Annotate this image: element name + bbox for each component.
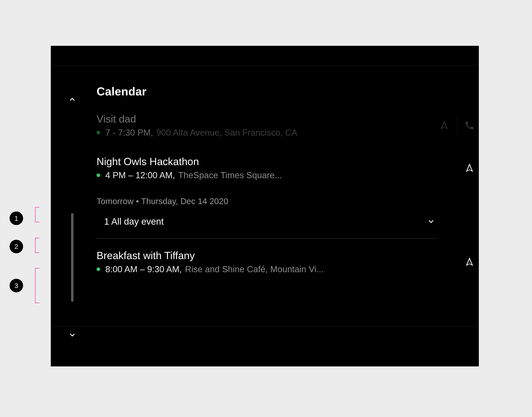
event-title: Visit dad (97, 113, 437, 125)
navigation-icon (439, 120, 450, 131)
phone-icon (464, 120, 475, 131)
scroll-up-button[interactable] (68, 94, 77, 105)
calendar-color-dot (97, 131, 100, 135)
device-screen: Calendar Visit dad 7 - 7:30 PM, 900 Alta… (51, 46, 479, 366)
navigate-button[interactable] (464, 163, 475, 173)
navigate-button[interactable] (464, 257, 475, 267)
status-bar (51, 46, 479, 66)
scrollbar-thumb[interactable] (71, 213, 73, 302)
all-day-label: 1 All day event (104, 216, 164, 227)
event-title: Breakfast with Tiffany (97, 250, 437, 261)
annotation-badge-1: 1 (10, 211, 23, 225)
annotation-bracket-2 (35, 238, 40, 253)
scroll-rail (63, 66, 85, 327)
event-time: 8:00 AM – 9:30 AM, (105, 264, 182, 274)
nav-bar (51, 327, 479, 366)
chevron-up-icon (68, 94, 77, 104)
expand-button[interactable] (426, 217, 436, 226)
calendar-color-dot (97, 173, 100, 177)
event-row[interactable]: Breakfast with Tiffany 8:00 AM – 9:30 AM… (97, 250, 437, 274)
chevron-down-icon (68, 330, 77, 340)
event-time: 7 - 7:30 PM, (105, 128, 153, 138)
event-location: TheSpace Times Square... (178, 170, 282, 180)
content-region: Calendar Visit dad 7 - 7:30 PM, 900 Alta… (51, 66, 479, 327)
chevron-down-icon (426, 217, 436, 226)
event-time: 4 PM – 12:00 AM, (105, 170, 175, 180)
event-location: 900 Alta Avenue, San Francisco, CA (156, 128, 297, 138)
annotation-bracket-3 (35, 268, 40, 303)
calendar-color-dot (97, 267, 100, 271)
navigate-button[interactable] (439, 120, 450, 131)
event-row[interactable]: Visit dad 7 - 7:30 PM, 900 Alta Avenue, … (97, 113, 437, 138)
all-day-expander[interactable]: 1 All day event (97, 216, 437, 239)
day-section-header: Tomorrow • Thursday, Dec 14 2020 (97, 197, 437, 206)
navigation-icon (464, 257, 475, 267)
scroll-down-button[interactable] (68, 330, 77, 341)
call-button[interactable] (464, 120, 475, 131)
annotation-badge-3: 3 (10, 279, 23, 292)
event-location: Rise and Shine Café, Mountain Vi... (185, 264, 324, 274)
annotation-badge-2: 2 (10, 240, 23, 253)
page-title: Calendar (97, 66, 437, 98)
event-row[interactable]: Night Owls Hackathon 4 PM – 12:00 AM, Th… (97, 156, 437, 180)
event-title: Night Owls Hackathon (97, 156, 437, 167)
navigation-icon (464, 163, 475, 173)
annotation-bracket-1 (35, 207, 40, 222)
